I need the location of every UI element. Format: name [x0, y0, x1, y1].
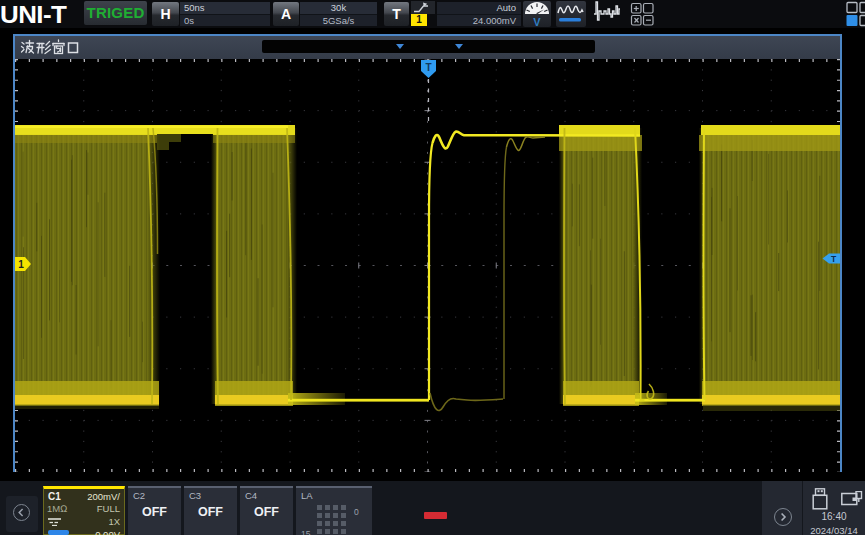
svg-text:1: 1	[18, 259, 24, 270]
svg-text:V: V	[533, 16, 541, 27]
svg-text:T: T	[425, 62, 431, 73]
svg-text:T: T	[831, 254, 837, 264]
